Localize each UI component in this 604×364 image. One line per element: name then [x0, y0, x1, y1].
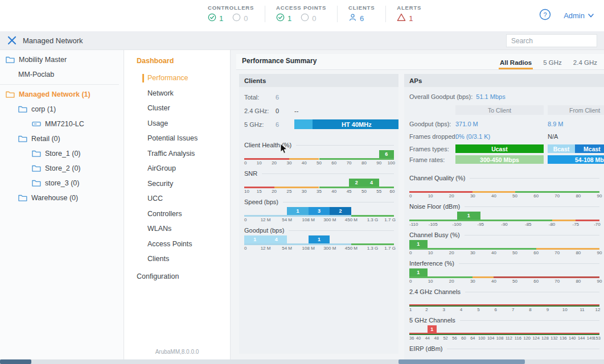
overall-goodput: Overall Goodput (bps):51.1 Mbps [409, 93, 599, 100]
metric-clients[interactable]: CLIENTS6 [338, 5, 385, 23]
bar-segment [294, 119, 313, 129]
tick-label: 108 [496, 336, 504, 341]
nav-item-security[interactable]: Security [124, 176, 230, 192]
tick-label: 15 [257, 189, 262, 194]
metric-access-points[interactable]: ACCESS POINTS10 [265, 5, 337, 23]
tab-2-4-ghz[interactable]: 2.4 GHz [572, 56, 598, 69]
metrics-bar: CONTROLLERS10ACCESS POINTS10CLIENTS6ALER… [197, 5, 432, 23]
chart-band: 1 [409, 211, 599, 221]
nav-item-configuration[interactable]: Configuration [124, 269, 230, 284]
tree-item-label: MM-Poclab [18, 71, 54, 78]
nav-item-usage[interactable]: Usage [124, 116, 230, 131]
tree-item-managed-network-1[interactable]: Managed Network (1) [0, 87, 124, 102]
tree-item-store-3-0[interactable]: store_3 (0) [0, 176, 124, 191]
chart-title-label: Noise Floor (dBm) [409, 203, 460, 210]
metric-label: CLIENTS [348, 5, 375, 11]
tick-label: 8 [529, 307, 531, 312]
tick-label: 0 [409, 279, 412, 284]
close-icon[interactable] [7, 36, 17, 47]
metric-value: 1 [397, 13, 413, 23]
tree-item-warehouse-0[interactable]: Warehouse (0) [0, 191, 124, 205]
nav-item-airgroup[interactable]: AirGroup [124, 161, 230, 176]
ap-row-goodput-bps: Goodput (bps):371.0 M8.9 M [409, 119, 599, 131]
search-input[interactable] [510, 36, 601, 46]
tree-item-label: store_3 (0) [45, 179, 79, 187]
tree-item-mm7210-lc[interactable]: MM7210-LC [0, 117, 124, 131]
chart-speed: Speed (bps)132012 M54 M108 M300 M450 M1.… [244, 197, 394, 223]
tab-5-ghz[interactable]: 5 GHz [542, 56, 563, 69]
help-icon[interactable]: ? [539, 9, 551, 23]
tick-label: 50 [512, 193, 517, 198]
tree-divider [0, 84, 119, 85]
tree-item-mm-poclab[interactable]: MM-Poclab [0, 67, 124, 82]
nav-item-label: Potential Issues [147, 134, 198, 142]
tick-label: 0 [409, 193, 412, 198]
metric-count: 0 [244, 14, 248, 23]
tree-item-store-2-0[interactable]: Store_2 (0) [0, 161, 124, 176]
tick-label: 80 [576, 250, 581, 255]
nav-item-traffic-analysis[interactable]: Traffic Analysis [124, 146, 230, 162]
stat-row-total: Total:6 [244, 92, 394, 105]
tick-label: -95 [477, 222, 484, 227]
nav-item-controllers[interactable]: Controllers [124, 206, 230, 222]
channel-width-bar[interactable]: HT 40MHz [294, 119, 398, 129]
folder-icon [32, 150, 41, 158]
stat-label: 5 GHz: [244, 121, 264, 128]
nav-item-potential-issues[interactable]: Potential Issues [124, 131, 230, 146]
breadcrumb-band: Managed Network [0, 31, 604, 50]
nav-section-dashboard[interactable]: Dashboard [124, 57, 230, 71]
tab-all-radios[interactable]: All Radios [499, 56, 533, 69]
nav-item-wlans[interactable]: WLANs [124, 221, 230, 237]
chart-ticks: 0102030405060708090100 [244, 160, 394, 166]
tick-label: 1 [409, 307, 412, 312]
tree-item-retail-0[interactable]: Retail (0) [0, 131, 124, 146]
tree-item-corp-1[interactable]: corp (1) [0, 102, 124, 117]
metric-controllers[interactable]: CONTROLLERS10 [197, 5, 265, 23]
nav-item-ucc[interactable]: UCC [124, 191, 230, 206]
nav-item-performance[interactable]: Performance [124, 71, 230, 86]
tick-label: 5 [477, 307, 479, 312]
tick-label: 40 [331, 189, 336, 194]
nav-item-clients[interactable]: Clients [124, 251, 230, 267]
folder-icon [18, 105, 27, 113]
admin-menu[interactable]: Admin [564, 11, 594, 20]
tick-label: 40 [491, 279, 496, 284]
breadcrumb: Managed Network [23, 36, 83, 45]
stat-value: 6 [276, 121, 279, 128]
chart-title: Channel Quality (%) [409, 173, 599, 183]
chart-band: 1 [409, 268, 599, 278]
tick-label: 9 [547, 307, 549, 312]
tree-item-store-1-0[interactable]: Store_1 (0) [0, 146, 124, 161]
tick-label: -105 [429, 222, 438, 227]
tree-item-mobility-master[interactable]: Mobility Master [0, 52, 124, 67]
tick-label: 1.7 G [384, 217, 396, 222]
nav-item-access-points[interactable]: Access Points [124, 237, 230, 252]
nav-item-cluster[interactable]: Cluster [124, 101, 230, 116]
metric-alerts[interactable]: ALERTS1 [386, 5, 432, 23]
chart-bar: 1 [409, 268, 428, 276]
chart-band: 24 [244, 178, 394, 188]
tick-label: 100 [478, 336, 486, 341]
nav-item-network[interactable]: Network [124, 86, 230, 101]
tick-label: 120 [523, 336, 531, 341]
tick-label: 70 [554, 193, 560, 198]
tree-scrollbar-thumb[interactable] [0, 359, 31, 364]
chart-channel-busy: Channel Busy (%)10102030405060708090 [409, 230, 599, 256]
tick-label: 136 [560, 336, 567, 341]
ap-bars-to-client: 300-450 Mbps [455, 155, 544, 164]
tick-label: 54 M [282, 217, 292, 222]
metric-value: 0 [232, 13, 248, 23]
chart-bar: 4 [266, 235, 287, 243]
metric-count: 1 [409, 14, 413, 23]
bar-segment: HT 40MHz [313, 119, 398, 129]
ap-row-label: Frames types: [409, 146, 449, 152]
tick-label: 80 [361, 160, 367, 166]
tick-label: 1.3 G [367, 217, 379, 222]
tick-label: 112 [506, 336, 512, 341]
tick-label: -100 [452, 222, 461, 227]
nav-item-label: AirGroup [147, 164, 176, 172]
chart-band: 6 [244, 150, 394, 160]
content-scrollbar-thumb[interactable] [398, 359, 525, 364]
tick-label: 10 [428, 279, 433, 284]
nav-item-label: UCC [147, 195, 163, 202]
